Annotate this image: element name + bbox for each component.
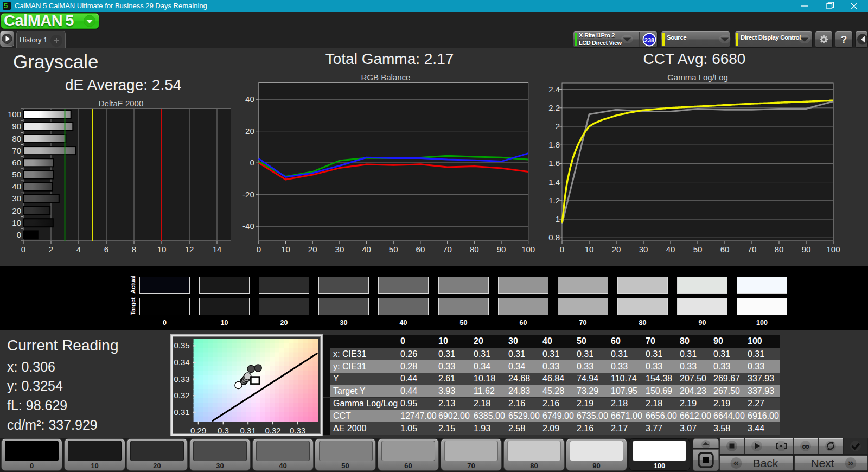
svg-text:80: 80 [12, 134, 21, 143]
svg-text:-40: -40 [242, 221, 254, 231]
svg-text:30: 30 [335, 245, 344, 254]
svg-text:80: 80 [470, 245, 479, 254]
svg-text:2.2: 2.2 [548, 103, 560, 112]
svg-text:1.8: 1.8 [548, 140, 560, 149]
svg-text:60: 60 [416, 245, 425, 254]
svg-text:20: 20 [12, 206, 21, 215]
svg-text:60: 60 [12, 158, 21, 167]
svg-text:60: 60 [720, 245, 730, 254]
svg-text:90: 90 [497, 245, 506, 254]
svg-text:20: 20 [612, 245, 621, 254]
svg-text:0: 0 [21, 245, 25, 254]
svg-text:10: 10 [585, 245, 594, 254]
svg-text:0.33: 0.33 [174, 374, 189, 384]
svg-text:2: 2 [49, 245, 53, 254]
svg-text:238: 238 [644, 37, 654, 43]
svg-text:0: 0 [17, 230, 21, 239]
svg-text:8: 8 [132, 245, 136, 254]
svg-text:40: 40 [245, 94, 254, 104]
svg-text:10: 10 [281, 245, 290, 254]
svg-text:»: » [848, 457, 854, 468]
svg-text:«: « [733, 457, 739, 468]
svg-text:0.33: 0.33 [290, 426, 305, 435]
svg-text:40: 40 [362, 245, 371, 254]
svg-text:0.31: 0.31 [174, 407, 189, 417]
svg-text:-20: -20 [242, 190, 254, 199]
svg-text:50: 50 [693, 245, 703, 254]
svg-text:0.32: 0.32 [174, 391, 189, 400]
svg-text:70: 70 [12, 146, 21, 155]
svg-text:12: 12 [185, 245, 194, 254]
svg-text:6: 6 [104, 245, 108, 254]
svg-text:70: 70 [748, 245, 757, 254]
svg-text:Next: Next [810, 457, 834, 469]
svg-text:0.3: 0.3 [218, 426, 229, 435]
svg-text:4: 4 [76, 245, 81, 254]
svg-text:40: 40 [666, 245, 675, 254]
svg-text:100: 100 [826, 245, 840, 254]
svg-text:30: 30 [639, 245, 648, 254]
svg-text:1.4: 1.4 [548, 177, 560, 187]
svg-text:50: 50 [12, 170, 21, 179]
svg-text:2.4: 2.4 [548, 85, 560, 94]
svg-text:1.2: 1.2 [548, 196, 560, 205]
svg-text:0.8: 0.8 [548, 233, 560, 242]
svg-text:0.29: 0.29 [190, 426, 206, 435]
svg-text:50: 50 [389, 245, 398, 254]
svg-text:80: 80 [775, 245, 784, 254]
svg-text:14: 14 [213, 245, 222, 254]
svg-text:0.35: 0.35 [174, 341, 189, 350]
svg-text:40: 40 [12, 182, 21, 191]
svg-text:70: 70 [443, 245, 452, 254]
svg-text:0.31: 0.31 [240, 426, 256, 435]
svg-text:100: 100 [521, 245, 535, 254]
svg-text:0: 0 [560, 245, 564, 254]
svg-text:10: 10 [157, 245, 167, 254]
svg-text:1: 1 [556, 214, 560, 224]
svg-text:10: 10 [12, 218, 21, 227]
svg-text:20: 20 [308, 245, 317, 254]
svg-text:∞: ∞ [802, 441, 809, 452]
svg-text:100: 100 [8, 110, 21, 119]
svg-text:0: 0 [250, 158, 254, 167]
svg-text:2: 2 [556, 122, 560, 131]
svg-text:0.34: 0.34 [174, 358, 189, 367]
svg-text:0.32: 0.32 [265, 426, 280, 435]
svg-text:Back: Back [753, 457, 778, 469]
svg-text:90: 90 [802, 245, 811, 254]
svg-text:30: 30 [12, 194, 21, 203]
svg-text:90: 90 [12, 122, 21, 131]
svg-text:1.6: 1.6 [548, 158, 560, 168]
svg-text:20: 20 [245, 126, 254, 136]
svg-text:0: 0 [257, 245, 261, 254]
